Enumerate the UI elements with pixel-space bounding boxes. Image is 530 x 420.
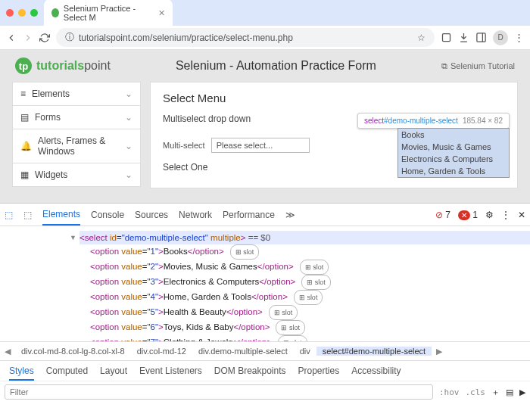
error-count[interactable]: ⊘ 7: [435, 210, 450, 220]
logo[interactable]: tp tutorialspoint: [15, 58, 111, 74]
crumb-active[interactable]: select#demo-multiple-select: [316, 347, 432, 356]
url-text: tutorialspoint.com/selenium/practice/sel…: [79, 33, 293, 43]
main-panel: Select Menu Multiselect drop down Multi-…: [150, 82, 518, 188]
maximize-window-icon[interactable]: [30, 9, 38, 17]
back-icon[interactable]: [6, 33, 17, 43]
page-title: Selenium - Automation Practice Form: [176, 59, 376, 73]
dom-option-node[interactable]: <option value="1">Books</option>slot: [80, 244, 530, 260]
tab-styles[interactable]: Styles: [9, 366, 34, 381]
sidebar: ≡Elements⌄ ▤Forms⌄ 🔔Alerts, Frames & Win…: [12, 82, 141, 188]
dom-option-node[interactable]: <option value="7">Clothing & Jewelry</op…: [80, 335, 530, 341]
tab-elements[interactable]: Elements: [42, 209, 80, 226]
dom-option-node[interactable]: <option value="5">Health & Beauty</optio…: [80, 305, 530, 320]
logo-icon: tp: [15, 58, 32, 74]
tab-accessibility[interactable]: Accessibility: [351, 366, 401, 376]
form-icon: ▤: [20, 112, 29, 123]
crumb[interactable]: div: [294, 347, 316, 356]
crumb[interactable]: div.col-md-12: [131, 347, 192, 356]
address-bar: ⓘ tutorialspoint.com/selenium/practice/s…: [0, 26, 530, 50]
site-info-icon[interactable]: ⓘ: [65, 31, 74, 44]
chevron-down-icon: ⌄: [125, 89, 132, 99]
minimize-window-icon[interactable]: [18, 9, 26, 17]
dom-option-node[interactable]: <option value="6">Toys, Kids & Baby</opt…: [80, 320, 530, 335]
tab-event-listeners[interactable]: Event Listeners: [139, 366, 202, 376]
new-style-icon[interactable]: ＋: [491, 387, 500, 398]
sidebar-item-elements[interactable]: ≡Elements⌄: [12, 82, 141, 106]
list-item[interactable]: Home, Garden & Tools: [398, 165, 509, 177]
tab-computed[interactable]: Computed: [46, 366, 88, 376]
filter-input[interactable]: [5, 384, 433, 400]
crumb[interactable]: div.demo-multiple-select: [192, 347, 294, 356]
svg-rect-1: [477, 33, 485, 42]
list-icon: ≡: [20, 89, 26, 99]
tab-performance[interactable]: Performance: [223, 210, 275, 220]
settings-icon[interactable]: ⚙: [485, 210, 494, 220]
cls-toggle[interactable]: .cls: [466, 387, 486, 397]
crumb-left-icon[interactable]: ◀: [0, 347, 15, 356]
menu-icon[interactable]: ⋮: [514, 32, 524, 43]
favicon-icon: [51, 8, 59, 17]
computed-panel-icon[interactable]: ▶: [519, 387, 525, 397]
panel-icon[interactable]: [475, 32, 487, 43]
svg-rect-0: [443, 34, 450, 42]
page-header: tp tutorialspoint Selenium - Automation …: [0, 50, 530, 82]
panel-icon[interactable]: ▤: [506, 387, 513, 397]
tab-console[interactable]: Console: [91, 210, 124, 220]
extensions-icon[interactable]: [441, 32, 452, 43]
reload-icon[interactable]: [39, 33, 50, 43]
more-tabs-icon[interactable]: ≫: [285, 210, 295, 220]
window-controls: [6, 9, 38, 17]
devtools-tabs: ⬚ ⬚ Elements Console Sources Network Per…: [0, 204, 530, 226]
breadcrumb[interactable]: ◀ div.col-md-8.col-lg-8.col-xl-8 div.col…: [0, 341, 530, 361]
dom-option-node[interactable]: <option value="4">Home, Garden & Tools</…: [80, 290, 530, 305]
browser-tab-bar: Selenium Practice - Select M ✕: [0, 0, 530, 26]
bookmark-icon[interactable]: ☆: [417, 33, 426, 43]
sidebar-item-widgets[interactable]: ▦Widgets⌄: [12, 163, 141, 187]
close-devtools-icon[interactable]: ✕: [518, 210, 525, 220]
hov-toggle[interactable]: :hov: [439, 387, 460, 397]
list-item[interactable]: Movies, Music & Games: [398, 141, 509, 153]
inspector-tooltip: select#demo-multiple-select185.84 × 82: [357, 113, 510, 129]
multiselect-box[interactable]: Books Movies, Music & Games Electronics …: [398, 128, 510, 178]
list-item[interactable]: Books: [398, 129, 509, 141]
devtools-panel: ⬚ ⬚ Elements Console Sources Network Per…: [0, 203, 530, 403]
tab-network[interactable]: Network: [179, 210, 212, 220]
styles-filter-bar: :hov .cls ＋ ▤ ▶: [0, 381, 530, 403]
selected-node[interactable]: <select id="demo-multiple-select" multip…: [80, 231, 530, 244]
forward-icon[interactable]: [23, 33, 33, 43]
close-window-icon[interactable]: [6, 9, 14, 17]
section-title: Select Menu: [163, 92, 505, 104]
sidebar-item-alerts[interactable]: 🔔Alerts, Frames & Windows⌄: [12, 129, 141, 163]
widgets-icon: ▦: [20, 170, 29, 180]
inspect-icon[interactable]: ⬚: [5, 210, 13, 220]
list-item[interactable]: Electronics & Computers: [398, 153, 509, 165]
warning-count[interactable]: ✕ 1: [458, 210, 478, 220]
multi-select-input[interactable]: Please select...: [211, 138, 310, 153]
crumb[interactable]: div.col-md-8.col-lg-8.col-xl-8: [15, 347, 131, 356]
download-icon[interactable]: [458, 32, 469, 43]
more-icon[interactable]: ⋮: [501, 210, 510, 220]
browser-tab[interactable]: Selenium Practice - Select M ✕: [44, 0, 173, 26]
chevron-down-icon: ⌄: [125, 170, 132, 180]
chevron-down-icon: ⌄: [125, 112, 132, 123]
device-icon[interactable]: ⬚: [23, 210, 32, 220]
tab-dom-breakpoints[interactable]: DOM Breakpoints: [214, 366, 286, 376]
tab-sources[interactable]: Sources: [135, 210, 168, 220]
styles-tabs: Styles Computed Layout Event Listeners D…: [0, 361, 530, 381]
close-tab-icon[interactable]: ✕: [158, 8, 165, 18]
crumb-right-icon[interactable]: ▶: [432, 347, 447, 356]
url-field[interactable]: ⓘ tutorialspoint.com/selenium/practice/s…: [56, 28, 435, 47]
dom-option-node[interactable]: <option value="2">Movies, Music & Games<…: [80, 260, 530, 275]
page-viewport: tp tutorialspoint Selenium - Automation …: [0, 50, 530, 203]
dom-tree[interactable]: ▼ <select id="demo-multiple-select" mult…: [0, 226, 530, 341]
profile-avatar[interactable]: D: [493, 30, 508, 45]
tab-title: Selenium Practice - Select M: [64, 4, 151, 22]
chevron-down-icon: ⌄: [125, 141, 132, 151]
tab-properties[interactable]: Properties: [298, 366, 340, 376]
tab-layout[interactable]: Layout: [100, 366, 127, 376]
tutorial-link[interactable]: ⧉ Selenium Tutorial: [441, 61, 515, 71]
sidebar-item-forms[interactable]: ▤Forms⌄: [12, 105, 141, 129]
bell-icon: 🔔: [20, 141, 32, 151]
multi-select-label: Multi-select: [163, 141, 205, 150]
dom-option-node[interactable]: <option value="3">Electronics & Computer…: [80, 275, 530, 290]
